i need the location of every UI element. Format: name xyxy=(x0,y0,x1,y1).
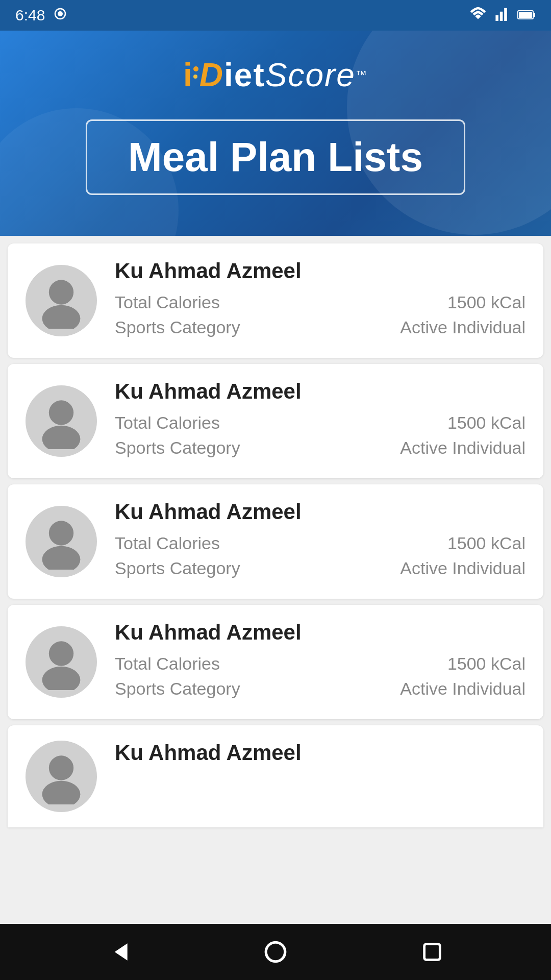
svg-point-14 xyxy=(49,641,73,666)
meal-card-partial[interactable]: Ku Ahmad Azmeel xyxy=(8,725,543,827)
sports-row: Sports Category Active Individual xyxy=(115,317,525,337)
plan-name: Ku Ahmad Azmeel xyxy=(115,500,525,524)
status-bar-right xyxy=(469,7,536,24)
logo-diet: D xyxy=(199,56,224,94)
sports-value: Active Individual xyxy=(400,438,525,458)
sports-row: Sports Category Active Individual xyxy=(115,679,525,699)
recording-icon xyxy=(53,6,68,25)
sports-row: Sports Category Active Individual xyxy=(115,438,525,458)
plan-name: Ku Ahmad Azmeel xyxy=(115,741,525,765)
calories-row: Total Calories 1500 kCal xyxy=(115,292,525,312)
logo-i: i xyxy=(183,56,193,94)
home-button[interactable] xyxy=(258,934,293,970)
svg-point-8 xyxy=(49,280,73,304)
svg-point-17 xyxy=(42,781,81,804)
avatar xyxy=(26,385,97,457)
logo-tm: ™ xyxy=(356,68,368,82)
sports-value: Active Individual xyxy=(400,679,525,699)
logo-dots xyxy=(193,66,198,79)
sports-label: Sports Category xyxy=(115,438,240,458)
sports-label: Sports Category xyxy=(115,558,240,578)
sports-row: Sports Category Active Individual xyxy=(115,558,525,578)
svg-marker-18 xyxy=(115,943,128,960)
signal-icon xyxy=(494,7,510,24)
status-bar-left: 6:48 xyxy=(15,6,68,25)
header: i DietScore™ Meal Plan Lists xyxy=(0,31,551,236)
svg-point-16 xyxy=(49,755,73,780)
avatar xyxy=(26,506,97,577)
avatar xyxy=(26,265,97,336)
sports-value: Active Individual xyxy=(400,558,525,578)
svg-rect-2 xyxy=(495,15,498,20)
svg-point-10 xyxy=(49,400,73,425)
time-display: 6:48 xyxy=(15,7,45,24)
plan-name: Ku Ahmad Azmeel xyxy=(115,259,525,283)
sports-label: Sports Category xyxy=(115,317,240,337)
plan-name: Ku Ahmad Azmeel xyxy=(115,620,525,645)
card-info: Ku Ahmad Azmeel Total Calories 1500 kCal… xyxy=(115,259,525,342)
card-info: Ku Ahmad Azmeel Total Calories 1500 kCal… xyxy=(115,620,525,704)
meal-plan-list: Ku Ahmad Azmeel Total Calories 1500 kCal… xyxy=(0,236,551,924)
svg-point-12 xyxy=(49,521,73,545)
svg-rect-4 xyxy=(504,8,507,20)
svg-point-1 xyxy=(58,11,63,16)
card-info: Ku Ahmad Azmeel Total Calories 1500 kCal… xyxy=(115,379,525,463)
calories-row: Total Calories 1500 kCal xyxy=(115,533,525,553)
calories-value: 1500 kCal xyxy=(447,413,525,433)
meal-card[interactable]: Ku Ahmad Azmeel Total Calories 1500 kCal… xyxy=(8,605,543,719)
card-info: Ku Ahmad Azmeel xyxy=(115,741,525,774)
svg-point-9 xyxy=(42,305,81,329)
svg-rect-20 xyxy=(424,944,440,960)
sports-value: Active Individual xyxy=(400,317,525,337)
calories-label: Total Calories xyxy=(115,413,220,433)
calories-label: Total Calories xyxy=(115,654,220,674)
bottom-navigation xyxy=(0,924,551,980)
page-title: Meal Plan Lists xyxy=(128,134,423,181)
avatar xyxy=(26,626,97,698)
back-button[interactable] xyxy=(101,934,137,970)
status-bar: 6:48 xyxy=(0,0,551,31)
logo-score: Score xyxy=(265,56,356,94)
svg-point-11 xyxy=(42,426,81,449)
wifi-icon xyxy=(469,7,487,24)
calories-label: Total Calories xyxy=(115,533,220,553)
recent-button[interactable] xyxy=(414,934,450,970)
meal-card[interactable]: Ku Ahmad Azmeel Total Calories 1500 kCal… xyxy=(8,243,543,358)
logo: i DietScore™ xyxy=(183,56,368,94)
plan-name: Ku Ahmad Azmeel xyxy=(115,379,525,404)
card-info: Ku Ahmad Azmeel Total Calories 1500 kCal… xyxy=(115,500,525,583)
page-title-box: Meal Plan Lists xyxy=(86,119,465,195)
svg-rect-3 xyxy=(500,11,503,20)
calories-value: 1500 kCal xyxy=(447,654,525,674)
sports-label: Sports Category xyxy=(115,679,240,699)
meal-card[interactable]: Ku Ahmad Azmeel Total Calories 1500 kCal… xyxy=(8,484,543,599)
calories-row: Total Calories 1500 kCal xyxy=(115,413,525,433)
svg-rect-6 xyxy=(533,13,535,17)
svg-point-19 xyxy=(266,942,285,962)
logo-iet: iet xyxy=(224,56,265,94)
svg-rect-7 xyxy=(519,12,532,18)
svg-point-15 xyxy=(42,667,81,690)
avatar xyxy=(26,741,97,812)
svg-point-13 xyxy=(42,546,81,570)
calories-value: 1500 kCal xyxy=(447,533,525,553)
calories-row: Total Calories 1500 kCal xyxy=(115,654,525,674)
calories-value: 1500 kCal xyxy=(447,292,525,312)
meal-card[interactable]: Ku Ahmad Azmeel Total Calories 1500 kCal… xyxy=(8,364,543,478)
battery-icon xyxy=(517,7,536,24)
calories-label: Total Calories xyxy=(115,292,220,312)
